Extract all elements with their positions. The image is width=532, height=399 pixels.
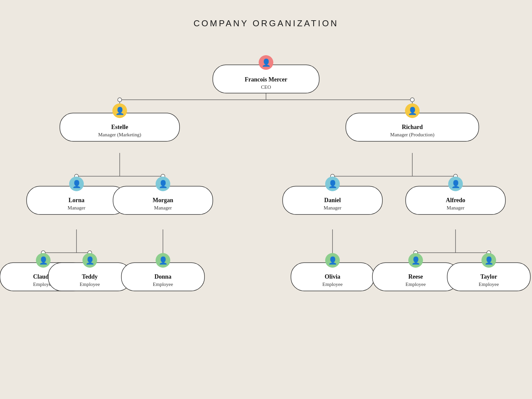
- svg-text:Richard: Richard: [402, 124, 423, 130]
- svg-text:Manager: Manager: [154, 205, 172, 210]
- svg-text:Employee: Employee: [323, 282, 343, 287]
- node-alfredo: 👤 Alfredo Manager: [406, 177, 505, 214]
- svg-text:👤: 👤: [39, 256, 48, 265]
- svg-text:Donna: Donna: [154, 273, 171, 280]
- svg-text:Manager: Manager: [447, 205, 464, 210]
- svg-text:Olivia: Olivia: [325, 273, 340, 280]
- node-reese: 👤 Reese Employee: [372, 253, 459, 291]
- svg-text:👤: 👤: [159, 180, 168, 189]
- node-donna: 👤 Donna Employee: [121, 253, 204, 291]
- svg-text:👤: 👤: [159, 256, 168, 265]
- node-richard: 👤 Richard Manager (Production): [346, 103, 479, 141]
- svg-text:Reese: Reese: [408, 273, 423, 280]
- svg-text:Lorna: Lorna: [68, 197, 84, 203]
- svg-text:Employee: Employee: [479, 282, 499, 287]
- svg-text:Daniel: Daniel: [324, 197, 341, 203]
- svg-text:👤: 👤: [262, 58, 271, 67]
- node-teddy: 👤 Teddy Employee: [48, 253, 131, 291]
- svg-text:Manager: Manager: [324, 205, 341, 210]
- node-ceo: 👤 Francois Mercer CEO: [213, 55, 319, 93]
- node-lorna: 👤 Lorna Manager: [27, 177, 126, 214]
- svg-text:Estelle: Estelle: [111, 124, 128, 130]
- svg-text:Manager: Manager: [67, 205, 85, 210]
- svg-text:Manager (Marketing): Manager (Marketing): [98, 132, 141, 138]
- svg-text:👤: 👤: [328, 256, 337, 265]
- svg-text:Employee: Employee: [406, 282, 426, 287]
- svg-text:👤: 👤: [328, 180, 337, 189]
- node-olivia: 👤 Olivia Employee: [291, 253, 374, 291]
- org-chart-wrapper: COMPANY ORGANIZATION: [0, 0, 532, 399]
- svg-text:CEO: CEO: [261, 84, 271, 90]
- svg-text:👤: 👤: [85, 256, 95, 265]
- node-estelle: 👤 Estelle Manager (Marketing): [60, 103, 180, 141]
- svg-text:Alfredo: Alfredo: [446, 197, 466, 203]
- svg-point-4: [118, 98, 122, 102]
- svg-text:Morgan: Morgan: [153, 197, 173, 203]
- svg-text:Teddy: Teddy: [82, 273, 97, 280]
- svg-text:👤: 👤: [451, 180, 461, 189]
- svg-text:Francois Mercer: Francois Mercer: [245, 76, 287, 83]
- node-morgan: 👤 Morgan Manager: [113, 177, 213, 214]
- svg-text:👤: 👤: [72, 180, 81, 189]
- svg-text:👤: 👤: [408, 106, 417, 115]
- svg-text:👤: 👤: [115, 106, 125, 115]
- svg-text:Taylor: Taylor: [480, 273, 497, 280]
- node-taylor: 👤 Taylor Employee: [447, 253, 530, 291]
- svg-text:👤: 👤: [484, 256, 494, 265]
- svg-point-5: [410, 98, 414, 102]
- svg-text:Manager (Production): Manager (Production): [390, 132, 435, 138]
- svg-text:Employee: Employee: [153, 282, 173, 287]
- svg-text:Employee: Employee: [80, 282, 100, 287]
- node-daniel: 👤 Daniel Manager: [283, 177, 382, 214]
- svg-text:👤: 👤: [411, 256, 421, 265]
